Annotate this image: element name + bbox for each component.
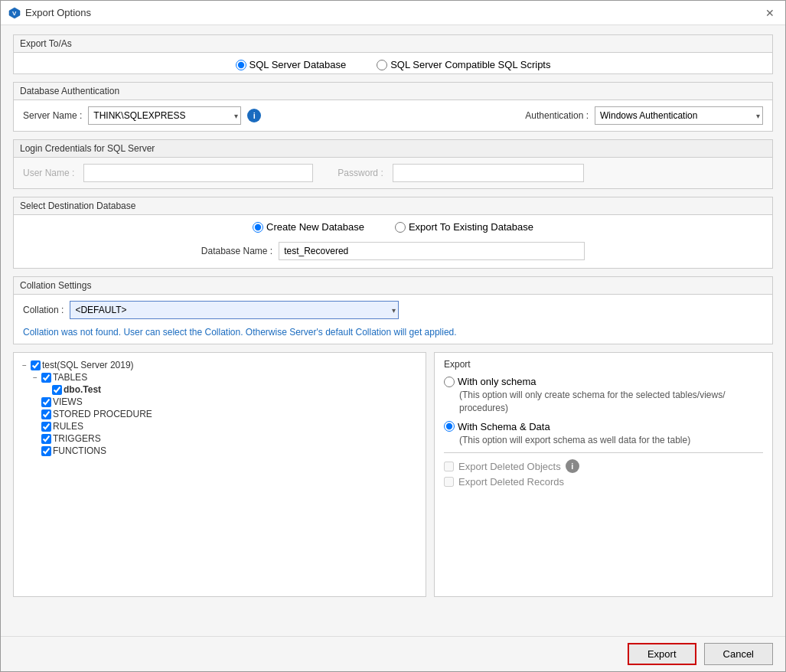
dest-db-section: Select Destination Database Create New D…: [13, 197, 773, 269]
collation-select[interactable]: <DEFAULT>: [70, 301, 399, 319]
username-label: User Name :: [23, 168, 74, 178]
schema-only-option: With only schema (This option will only …: [444, 376, 763, 415]
login-creds-row: User Name : Password :: [14, 158, 772, 188]
tree-tables: − TABLES: [31, 371, 419, 383]
password-input[interactable]: [393, 164, 584, 182]
cancel-button[interactable]: Cancel: [704, 643, 773, 665]
sql-scripts-option[interactable]: SQL Server Compatible SQL Scripts: [377, 59, 550, 70]
dbo-test-checkbox[interactable]: [52, 385, 62, 395]
schema-only-text: With only schema: [458, 376, 537, 387]
tree-dbo-test: dbo.Test: [41, 383, 419, 396]
sql-scripts-label: SQL Server Compatible SQL Scripts: [390, 59, 550, 70]
server-name-select[interactable]: THINK\SQLEXPRESS: [88, 106, 241, 125]
schema-data-desc: (This option will export schema as well …: [459, 434, 763, 447]
root-checkbox[interactable]: [31, 360, 41, 370]
auth-select-wrapper: Windows Authentication SQL Server Authen…: [595, 106, 763, 125]
login-creds-section: Login Credentials for SQL Server User Na…: [13, 139, 773, 189]
create-new-db-label: Create New Database: [266, 221, 364, 233]
schema-data-label[interactable]: With Schema & Data: [444, 421, 763, 432]
db-name-label: Database Name :: [201, 246, 272, 256]
dest-db-header: Select Destination Database: [14, 197, 772, 215]
db-auth-header: Database Authentication: [14, 83, 772, 100]
auth-label: Authentication :: [525, 110, 589, 121]
server-name-label: Server Name :: [23, 110, 82, 121]
username-input[interactable]: [83, 164, 313, 182]
db-auth-section: Database Authentication Server Name : TH…: [13, 82, 773, 132]
export-existing-db-option[interactable]: Export To Existing Database: [395, 221, 533, 233]
rules-label: RULES: [53, 421, 83, 432]
dialog-body: Export To/As SQL Server Database SQL Ser…: [1, 25, 785, 636]
sql-server-db-radio[interactable]: [236, 60, 246, 70]
export-button[interactable]: Export: [628, 643, 696, 665]
schema-data-radio[interactable]: [444, 421, 455, 432]
tables-checkbox[interactable]: [41, 373, 51, 383]
app-icon: V: [8, 7, 21, 19]
rules-checkbox[interactable]: [41, 422, 51, 432]
stored-proc-checkbox[interactable]: [41, 409, 51, 419]
schema-only-desc: (This option will only create schema for…: [459, 389, 763, 415]
close-button[interactable]: ✕: [762, 5, 778, 21]
db-auth-row: Server Name : THINK\SQLEXPRESS ▾ i Authe…: [14, 100, 772, 131]
functions-label: FUNCTIONS: [53, 445, 106, 456]
create-new-db-radio[interactable]: [253, 222, 263, 233]
bottom-section: − test(SQL Server 2019) − TABLES dbo.Tes…: [13, 352, 773, 597]
export-to-header: Export To/As: [14, 35, 772, 53]
views-label: VIEWS: [53, 396, 83, 407]
schema-data-option: With Schema & Data (This option will exp…: [444, 421, 763, 447]
server-name-select-wrapper: THINK\SQLEXPRESS ▾: [88, 106, 241, 125]
stored-proc-label: STORED PROCEDURE: [53, 409, 152, 419]
tree-root-label: test(SQL Server 2019): [42, 360, 134, 370]
svg-text:V: V: [12, 10, 17, 17]
export-deleted-records-checkbox[interactable]: [444, 477, 454, 487]
export-deleted-records-label: Export Deleted Records: [458, 476, 564, 488]
server-name-info-icon[interactable]: i: [247, 109, 261, 122]
schema-only-label[interactable]: With only schema: [444, 376, 763, 387]
deleted-objects-info-icon[interactable]: i: [566, 459, 579, 473]
auth-select[interactable]: Windows Authentication SQL Server Authen…: [595, 106, 763, 125]
db-name-input[interactable]: [279, 242, 585, 260]
tree-root: − test(SQL Server 2019): [20, 359, 419, 371]
export-options-dialog: V Export Options ✕ Export To/As SQL Serv…: [0, 0, 786, 672]
sql-server-db-label: SQL Server Database: [249, 59, 347, 70]
dest-db-row: Create New Database Export To Existing D…: [14, 215, 772, 239]
create-new-db-option[interactable]: Create New Database: [253, 221, 364, 233]
root-expand-icon[interactable]: −: [20, 361, 29, 370]
collation-header: Collation Settings: [14, 277, 772, 295]
export-deleted-objects-row: Export Deleted Objects i: [444, 459, 763, 473]
export-deleted-section: Export Deleted Objects i Export Deleted …: [444, 452, 763, 488]
triggers-checkbox[interactable]: [41, 434, 51, 444]
schema-only-radio[interactable]: [444, 377, 455, 387]
title-bar: V Export Options ✕: [1, 1, 785, 25]
views-checkbox[interactable]: [41, 397, 51, 407]
login-creds-header: Login Credentials for SQL Server: [14, 140, 772, 158]
title-bar-left: V Export Options: [8, 7, 91, 19]
auth-right: Authentication : Windows Authentication …: [525, 106, 763, 125]
export-existing-db-radio[interactable]: [395, 222, 406, 233]
export-existing-db-label: Export To Existing Database: [409, 221, 533, 233]
export-to-row: SQL Server Database SQL Server Compatibl…: [14, 53, 772, 73]
schema-data-text: With Schema & Data: [458, 421, 550, 432]
export-panel-title: Export: [444, 359, 763, 370]
collation-select-wrapper: <DEFAULT> ▾: [70, 301, 399, 319]
export-panel: Export With only schema (This option wil…: [434, 352, 773, 597]
export-deleted-objects-label: Export Deleted Objects: [458, 461, 561, 472]
export-deleted-records-row: Export Deleted Records: [444, 476, 763, 488]
collation-info: Collation was not found. User can select…: [14, 325, 772, 344]
dbo-test-label: dbo.Test: [64, 384, 101, 395]
export-deleted-objects-checkbox[interactable]: [444, 462, 454, 471]
bottom-buttons: Export Cancel: [1, 636, 785, 671]
dialog-title: Export Options: [25, 7, 91, 18]
tree-triggers: TRIGGERS: [31, 432, 419, 445]
tree-views: VIEWS: [31, 396, 419, 408]
tables-label: TABLES: [53, 372, 87, 383]
tree-functions: FUNCTIONS: [31, 445, 419, 457]
collation-section: Collation Settings Collation : <DEFAULT>…: [13, 276, 773, 344]
sql-scripts-radio[interactable]: [377, 60, 387, 70]
sql-server-db-option[interactable]: SQL Server Database: [236, 59, 347, 70]
tables-expand-icon[interactable]: −: [31, 374, 40, 382]
functions-checkbox[interactable]: [41, 446, 51, 456]
collation-label: Collation :: [23, 305, 64, 315]
tree-stored-proc: STORED PROCEDURE: [31, 408, 419, 420]
tree-rules: RULES: [31, 420, 419, 432]
export-to-section: Export To/As SQL Server Database SQL Ser…: [13, 34, 773, 74]
